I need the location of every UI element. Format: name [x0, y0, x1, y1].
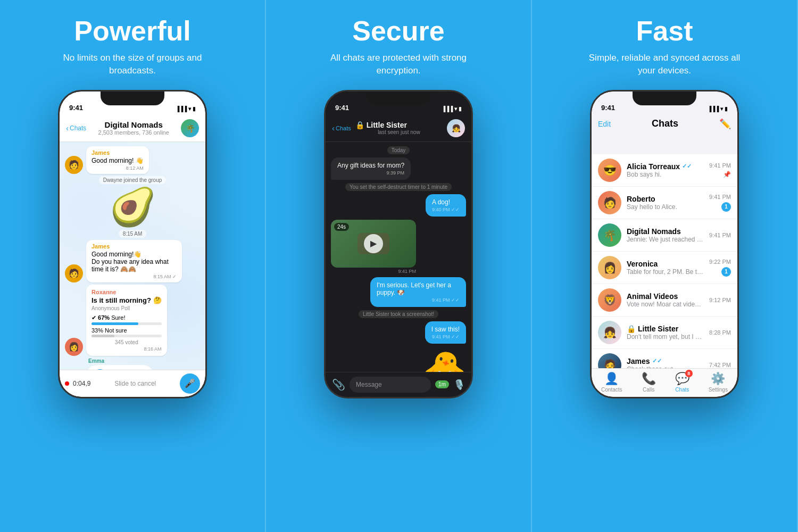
contacts-icon: 👤	[604, 372, 619, 386]
mic-button[interactable]: 🎤	[180, 373, 200, 394]
chat-preview-little-sister: Don't tell mom yet, but I got the job! I…	[627, 333, 704, 340]
msg-sender-james: James	[92, 149, 144, 156]
chat-item-roberto[interactable]: 🧑 Roberto Say hello to Alice. 9:41 PM 1	[592, 187, 737, 219]
tab-settings[interactable]: ⚙️ Settings	[709, 372, 728, 393]
dark-header-center: 🔒 Little Sister last seen just now	[355, 121, 443, 135]
msg-text-james-1: Good morning! 👋	[92, 157, 144, 164]
voice-msg-row: 👩 Emma ▶ 0:22 8:17 AM	[65, 358, 200, 370]
chat-header-1: ‹ Chats Digital Nomads 2,503 members, 73…	[60, 115, 205, 142]
chat-item-alicia[interactable]: 😎 Alicia Torreaux ✓✓ Bob says hi. 9:41 P…	[592, 154, 737, 187]
poll-question: Is it still morning? 🤔	[92, 296, 162, 304]
chat-meta-veronica: 9:22 PM 1	[709, 259, 731, 277]
sticker-area: 🥑	[65, 188, 200, 226]
sticker-1: 🥑	[110, 188, 156, 226]
phone-screen-2: 9:41 ▐▐▐ ▾ ▮ ‹ Chats 🔒 Little Sister las…	[326, 92, 471, 397]
avatar-james-2: 🧑	[65, 264, 83, 282]
status-time-3: 9:41	[601, 104, 615, 112]
chat-preview-animal-videos: Vote now! Moar cat videos in this channe…	[627, 301, 704, 308]
avatar-roberto: 🧑	[598, 191, 621, 214]
attachment-icon[interactable]: 📎	[332, 378, 345, 391]
tab-chats[interactable]: 💬 8 Chats	[675, 372, 689, 393]
avatar-little-sister: 👧	[598, 321, 621, 344]
chats-badge: 8	[685, 370, 693, 377]
chat-name-james: James ✓✓	[627, 357, 704, 365]
status-icons-3: ▐▐▐ ▾ ▮	[708, 106, 728, 112]
poll-bar-2	[92, 335, 114, 337]
chat-time-veronica: 9:22 PM	[709, 259, 731, 265]
dark-bottom-bar: 📎 Message 1m 🎙️	[326, 372, 471, 397]
messages-area-1: 🧑 James Good morning! 👋 8:12 AM Dwayne j…	[60, 142, 205, 370]
phone-frame-3: 9:41 ▐▐▐ ▾ ▮ Edit Chats ✏️ 🔍 Search 😎	[590, 90, 739, 398]
status-icons-1: ▐▐▐ ▾ ▮	[176, 106, 196, 112]
poll-sender: Roxanne	[92, 289, 162, 295]
voice-sender: Emma	[88, 358, 154, 364]
chat-time-little-sister: 8:28 PM	[709, 329, 731, 336]
video-container: 24s ▶ 9:41 PM	[331, 220, 416, 274]
lock-icon-little-sister: 🔒	[627, 325, 636, 333]
dark-chat-name: Little Sister	[367, 121, 407, 129]
sticker-2: 🐣	[423, 349, 466, 372]
chat-item-little-sister[interactable]: 👧 🔒 Little Sister Don't tell mom yet, bu…	[592, 317, 737, 349]
msg-time-james-2: 8:15 AM ✓	[92, 274, 177, 279]
compose-button[interactable]: ✏️	[719, 118, 731, 130]
chat-info-veronica: Veronica Table for four, 2 PM. Be there.	[627, 260, 704, 276]
dark-time-1: 9:39 PM	[337, 170, 404, 176]
bottom-bar-1: 0:04,9 Slide to cancel 🎤	[60, 370, 205, 397]
chat-name-roberto: Roberto	[627, 195, 704, 203]
tab-contacts[interactable]: 👤 Contacts	[601, 372, 622, 393]
chats-title: Chats	[652, 118, 678, 129]
bubble-james-1: James Good morning! 👋 8:12 AM	[86, 146, 149, 174]
msg-sender-james-2: James	[92, 243, 177, 250]
tab-label-calls: Calls	[643, 387, 654, 393]
panel1-title: Powerful	[74, 16, 191, 46]
dark-bubble-sent-2: I'm serious. Let's get her a puppy. 🐶 9:…	[370, 277, 466, 307]
chat-info-digital-nomads: Digital Nomads Jennie: We just reached 2…	[627, 227, 704, 243]
message-placeholder: Message	[356, 381, 382, 388]
chat-name-little-sister: 🔒 Little Sister	[627, 325, 704, 333]
system-dark-2: Little Sister took a screenshot!	[359, 310, 438, 318]
poll-option-1: ✔ 67% Sure!	[92, 314, 162, 325]
video-play-button[interactable]: ▶	[364, 234, 383, 253]
chat-item-digital-nomads[interactable]: 🌴 Digital Nomads Jennie: We just reached…	[592, 219, 737, 252]
message-input-dark[interactable]: Message	[350, 377, 431, 393]
chat-meta-digital-nomads: 9:41 PM	[709, 232, 731, 238]
message-james-2: 🧑 James Good morning!👋Do you have any id…	[65, 240, 200, 282]
dark-chat-status: last seen just now	[355, 129, 443, 135]
voice-message[interactable]: ▶ 0:22	[86, 365, 154, 370]
chat-list: 😎 Alicia Torreaux ✓✓ Bob says hi. 9:41 P…	[592, 154, 737, 368]
record-time: 0:04,9	[73, 380, 90, 387]
poll-option-2: 33% Not sure	[92, 327, 162, 337]
chat-subtitle-1: 2,503 members, 736 online	[90, 129, 177, 136]
notch-2	[367, 92, 430, 105]
chat-name-veronica: Veronica	[627, 260, 704, 268]
chat-time-digital-nomads: 9:41 PM	[709, 232, 731, 238]
sent-msg-2: I'm serious. Let's get her a puppy. 🐶 9:…	[370, 277, 466, 307]
video-content: ▶	[358, 233, 389, 254]
chat-item-veronica[interactable]: 👩 Veronica Table for four, 2 PM. Be ther…	[592, 252, 737, 284]
back-button-1[interactable]: ‹ Chats	[66, 123, 86, 132]
chat-meta-little-sister: 8:28 PM	[709, 329, 731, 336]
chat-item-james[interactable]: 🧔 James ✓✓ Check these out 7:42 PM	[592, 349, 737, 368]
tab-label-contacts: Contacts	[601, 387, 622, 393]
chat-item-animal-videos[interactable]: 🦁 Animal Videos Vote now! Moar cat video…	[592, 284, 737, 317]
poll-card-1: Roxanne Is it still morning? 🤔 Anonymous…	[86, 285, 167, 356]
dark-time-2: 9:40 PM ✓✓	[432, 207, 460, 212]
panel2-subtitle: All chats are protected with strong encr…	[319, 52, 478, 77]
message-james-1: 🧑 James Good morning! 👋 8:12 AM	[65, 146, 200, 174]
status-time-2: 9:41	[335, 104, 349, 112]
sent-msg-3: I saw this! 9:41 PM ✓✓	[425, 321, 466, 344]
panel-fast: Fast Simple, reliable and synced across …	[532, 0, 798, 532]
mic-icon-dark[interactable]: 🎙️	[453, 379, 465, 390]
avatar-digital-nomads: 🌴	[598, 223, 621, 247]
chat-meta-james: 7:42 PM	[709, 362, 731, 368]
tab-calls[interactable]: 📞 Calls	[642, 372, 656, 393]
panel2-title: Secure	[352, 16, 444, 46]
dark-time-3: 9:41 PM ✓✓	[377, 297, 460, 303]
chats-header: Edit Chats ✏️	[592, 115, 737, 134]
edit-button[interactable]: Edit	[598, 120, 611, 128]
chat-preview-veronica: Table for four, 2 PM. Be there.	[627, 268, 704, 276]
back-button-2[interactable]: ‹ Chats	[332, 123, 351, 132]
chat-meta-alicia: 9:41 PM 📌	[709, 162, 731, 178]
dark-chat-title: 🔒 Little Sister	[355, 121, 443, 129]
unread-badge-veronica: 1	[721, 267, 731, 277]
